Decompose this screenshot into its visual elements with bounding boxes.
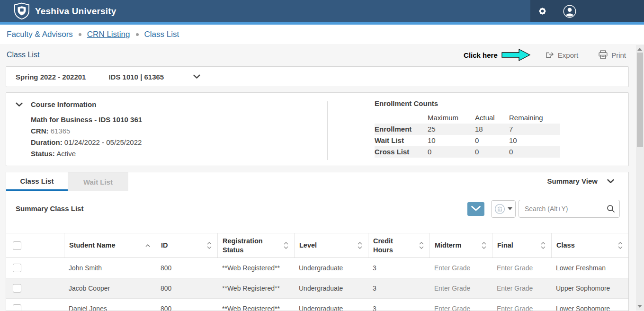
summary-view-selector[interactable]: Summary View bbox=[547, 177, 614, 185]
tabs-row: Class List Wait List Summary View bbox=[6, 172, 628, 191]
waitlist-maximum: 10 bbox=[428, 135, 475, 146]
sort-ascending-icon bbox=[145, 244, 150, 247]
crn-value: 61365 bbox=[51, 127, 71, 135]
column-student-name[interactable]: Student Name bbox=[64, 233, 156, 258]
cell-final-enter-grade[interactable]: Enter Grade bbox=[492, 278, 551, 298]
course-information-panel: Course Information Math for Business - I… bbox=[6, 92, 629, 166]
enrollment-counts-table: Maximum Actual Remaining Enrollment 25 1… bbox=[375, 112, 560, 158]
print-button[interactable]: Print bbox=[598, 50, 626, 60]
column-id[interactable]: ID bbox=[156, 233, 217, 258]
toolbar-controls bbox=[467, 200, 620, 218]
cell-midterm-enter-grade[interactable]: Enter Grade bbox=[429, 278, 492, 298]
brand: Yeshiva University bbox=[0, 2, 116, 20]
user-profile-icon[interactable] bbox=[563, 4, 577, 18]
students-table-header: Student Name ID Registration Status bbox=[6, 233, 628, 258]
click-here-annotation: Click here bbox=[464, 51, 498, 59]
enrollment-counts-title: Enrollment Counts bbox=[375, 99, 560, 107]
page-header: Class List Click here Export bbox=[0, 45, 644, 66]
cell-final-enter-grade[interactable]: Enter Grade bbox=[492, 299, 551, 311]
scroll-up-icon[interactable] bbox=[637, 48, 642, 51]
cell-credit-hours: 3 bbox=[368, 299, 429, 311]
cell-final-enter-grade[interactable]: Enter Grade bbox=[492, 258, 551, 278]
tab-class-list[interactable]: Class List bbox=[6, 172, 68, 191]
settings-gear-icon[interactable] bbox=[535, 4, 549, 18]
sort-icon bbox=[482, 242, 486, 249]
column-midterm[interactable]: Midterm bbox=[429, 233, 492, 258]
scrollbar-thumb[interactable] bbox=[637, 53, 643, 147]
sort-icon bbox=[541, 242, 546, 249]
cell-class: Lower Sophomore bbox=[551, 299, 628, 311]
sort-icon bbox=[419, 242, 424, 249]
email-button[interactable] bbox=[467, 202, 484, 216]
column-credit-hours[interactable]: Credit Hours bbox=[368, 233, 429, 258]
table-row: John Smith 800 **Web Registered** Underg… bbox=[6, 258, 628, 278]
sort-icon bbox=[284, 242, 288, 249]
cell-registration-status: **Web Registered** bbox=[217, 299, 294, 311]
vertical-scrollbar[interactable] bbox=[636, 45, 644, 311]
enrollment-remaining: 7 bbox=[509, 124, 560, 135]
caret-down-icon bbox=[508, 207, 512, 210]
select-all-checkbox[interactable] bbox=[13, 241, 21, 250]
cell-registration-status: **Web Registered** bbox=[217, 278, 294, 298]
envelope-icon bbox=[470, 205, 482, 213]
enrollment-actual: 18 bbox=[475, 124, 509, 135]
sort-icon bbox=[618, 242, 623, 249]
cell-midterm-enter-grade[interactable]: Enter Grade bbox=[429, 258, 492, 278]
term-value: Spring 2022 - 202201 bbox=[16, 73, 86, 81]
page-title: Class List bbox=[7, 51, 39, 59]
row-checkbox[interactable] bbox=[13, 284, 21, 293]
breadcrumb-class-list[interactable]: Class List bbox=[144, 30, 179, 39]
cell-id: 800 bbox=[156, 278, 217, 298]
cell-level: Undergraduate bbox=[294, 278, 368, 298]
breadcrumb-faculty-advisors[interactable]: Faculty & Advisors bbox=[7, 30, 73, 39]
cell-class: Lower Freshman bbox=[551, 258, 628, 278]
status-value: Active bbox=[56, 150, 76, 158]
term-course-selector[interactable]: Spring 2022 - 202201 IDS 1010 | 61365 bbox=[6, 66, 629, 87]
breadcrumb-separator-icon bbox=[136, 33, 139, 36]
crosslist-actual: 0 bbox=[475, 146, 509, 158]
row-checkbox[interactable] bbox=[13, 304, 21, 311]
column-class[interactable]: Class bbox=[551, 233, 628, 258]
chevron-down-icon bbox=[607, 179, 614, 184]
search-input[interactable] bbox=[519, 200, 620, 218]
tab-wait-list[interactable]: Wait List bbox=[68, 172, 128, 191]
print-label: Print bbox=[611, 51, 626, 59]
breadcrumb: Faculty & Advisors CRN Listing Class Lis… bbox=[0, 25, 644, 45]
cell-level: Undergraduate bbox=[294, 258, 368, 278]
sort-icon bbox=[358, 242, 362, 249]
class-list-panel: Class List Wait List Summary View Summar… bbox=[6, 172, 629, 311]
column-registration-status[interactable]: Registration Status bbox=[217, 233, 294, 258]
cell-student-name: Daniel Jones bbox=[64, 299, 156, 311]
duration-value: 01/24/2022 - 05/25/2022 bbox=[64, 138, 142, 146]
export-label: Export bbox=[558, 51, 578, 59]
export-button[interactable]: Export bbox=[545, 51, 578, 59]
col-maximum: Maximum bbox=[428, 112, 475, 124]
row-waitlist-label: Wait List bbox=[375, 135, 428, 146]
sort-icon bbox=[207, 242, 212, 249]
institution-dropdown-button[interactable] bbox=[491, 200, 516, 218]
column-level[interactable]: Level bbox=[294, 233, 368, 258]
course-crn-value: IDS 1010 | 61365 bbox=[108, 73, 164, 81]
row-crosslist-label: Cross List bbox=[375, 146, 428, 158]
summary-class-list-heading: Summary Class List bbox=[16, 204, 83, 213]
waitlist-actual: 0 bbox=[475, 135, 509, 146]
crosslist-remaining: 0 bbox=[509, 146, 560, 158]
cell-registration-status: **Web Registered** bbox=[217, 258, 294, 278]
cell-student-name: Jacob Cooper bbox=[64, 278, 156, 298]
row-checkbox[interactable] bbox=[13, 264, 21, 272]
chevron-down-icon[interactable] bbox=[193, 74, 200, 79]
cell-midterm-enter-grade[interactable]: Enter Grade bbox=[429, 299, 492, 311]
breadcrumb-crn-listing[interactable]: CRN Listing bbox=[87, 30, 130, 39]
annotation-arrow-icon bbox=[501, 49, 531, 61]
search-icon[interactable] bbox=[607, 204, 615, 215]
col-remaining: Remaining bbox=[509, 112, 560, 124]
summary-view-label: Summary View bbox=[547, 177, 598, 185]
cell-class: Upper Sophomore bbox=[551, 278, 628, 298]
search-field bbox=[519, 200, 620, 218]
collapse-chevron-icon[interactable] bbox=[16, 102, 23, 107]
col-actual: Actual bbox=[475, 112, 509, 124]
breadcrumb-separator-icon bbox=[79, 33, 81, 36]
enrollment-counts: Enrollment Counts Maximum Actual Remaini… bbox=[375, 99, 560, 158]
scroll-down-icon[interactable] bbox=[637, 305, 642, 308]
column-final[interactable]: Final bbox=[492, 233, 551, 258]
